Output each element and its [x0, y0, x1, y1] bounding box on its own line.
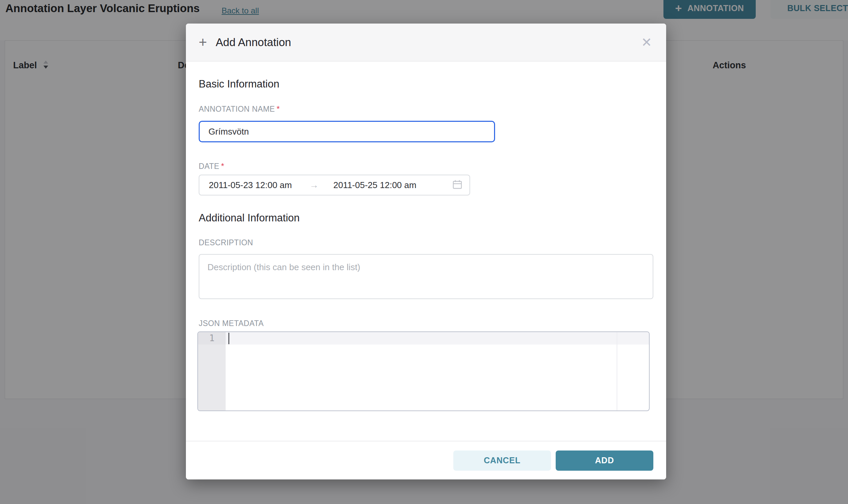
description-textarea[interactable] — [199, 254, 653, 299]
range-arrow-icon: → — [310, 180, 318, 191]
annotation-name-input[interactable] — [199, 121, 495, 142]
required-asterisk: * — [277, 104, 280, 113]
calendar-icon — [452, 179, 463, 191]
plus-icon: + — [199, 35, 207, 50]
modal-title: Add Annotation — [216, 36, 291, 49]
json-metadata-label: JSON METADATA — [199, 319, 264, 328]
add-button[interactable]: ADD — [556, 450, 653, 471]
close-icon[interactable]: ✕ — [637, 33, 656, 52]
date-range-picker[interactable]: 2011-05-23 12:00 am → 2011-05-25 12:00 a… — [199, 175, 470, 196]
section-additional-information: Additional Information — [199, 212, 300, 224]
required-asterisk: * — [221, 162, 224, 170]
cancel-button[interactable]: CANCEL — [453, 450, 551, 471]
section-basic-information: Basic Information — [199, 78, 279, 90]
annotation-layer-page: Annotation Layer Volcanic Eruptions Back… — [0, 0, 848, 504]
date-start-value[interactable]: 2011-05-23 12:00 am — [209, 180, 292, 191]
json-metadata-editor[interactable]: 1 — [197, 331, 650, 411]
add-annotation-modal: + Add Annotation ✕ Basic Information ANN… — [186, 23, 666, 480]
modal-header: + Add Annotation ✕ — [186, 23, 666, 61]
date-end-value[interactable]: 2011-05-25 12:00 am — [333, 180, 417, 191]
editor-text-cursor — [228, 333, 229, 344]
annotation-name-label: ANNOTATION NAME* — [199, 104, 280, 114]
editor-print-margin — [617, 332, 617, 411]
editor-line-gutter: 1 — [198, 332, 226, 411]
line-number: 1 — [198, 332, 226, 344]
modal-footer: CANCEL ADD — [186, 441, 666, 480]
editor-active-line — [226, 332, 649, 344]
description-label: DESCRIPTION — [199, 238, 253, 247]
date-label: DATE* — [199, 162, 224, 171]
